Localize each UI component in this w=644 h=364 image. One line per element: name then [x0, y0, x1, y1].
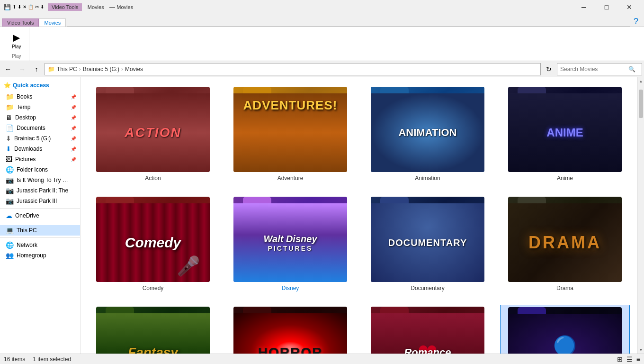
sidebar-item-books[interactable]: 📁 Books 📌	[0, 91, 80, 102]
sidebar-label-desktop: Desktop	[15, 114, 36, 121]
folder-scifi[interactable]: 🔵 Sci-fi Sci-Fi	[500, 305, 630, 354]
scroll-up-arrow[interactable]: ▲	[638, 77, 644, 85]
back-button[interactable]: ←	[2, 63, 14, 75]
refresh-button[interactable]: ↻	[543, 63, 555, 75]
status-count: 16 items	[4, 356, 25, 363]
sidebar-item-downloads[interactable]: ⬇ Downloads 📌	[0, 144, 80, 154]
sidebar-item-pictures[interactable]: 🖼 Pictures 📌	[0, 154, 80, 164]
folder-comedy[interactable]: Comedy 🎤 Comedy	[88, 195, 218, 293]
pin-icon-temp: 📌	[71, 105, 76, 110]
sidebar: ⭐ Quick access 📁 Books 📌 📁 Temp 📌 🖥 Desk…	[0, 77, 80, 354]
sidebar-item-jp3[interactable]: 📷 Jurassic Park III	[0, 196, 80, 206]
address-this-pc: 📁	[48, 66, 55, 73]
close-button[interactable]: ✕	[618, 0, 640, 14]
sidebar-label-brainiac: Brainiac 5 (G:)	[14, 135, 51, 142]
address-bar[interactable]: 📁 This PC › Brainiac 5 (G:) › Movies	[45, 63, 541, 75]
help-button[interactable]: ?	[630, 17, 642, 27]
sidebar-label-pictures: Pictures	[15, 156, 36, 163]
folder-comedy-img: Comedy 🎤	[96, 197, 210, 282]
folder-horror-img: HORROR	[233, 307, 347, 354]
folder-disney-img: Walt Disney PICTURES	[233, 197, 347, 282]
thispc-icon: 💻	[6, 227, 14, 234]
homegroup-icon: 👥	[6, 252, 14, 259]
folder-label-animation: Animation	[415, 175, 440, 182]
folder-label-drama: Drama	[556, 285, 573, 291]
folder-fantasy[interactable]: Fantasy Fantasy	[88, 305, 218, 354]
sidebar-item-network[interactable]: 🌐 Network	[0, 240, 80, 250]
tab-movies[interactable]: Movies	[39, 18, 66, 27]
iswrong-icon: 📷	[6, 176, 14, 184]
play-button[interactable]: ▶ Play	[8, 29, 25, 52]
folder-label-comedy: Comedy	[143, 285, 164, 291]
temp-icon: 📁	[6, 103, 14, 111]
sidebar-item-desktop[interactable]: 🖥 Desktop 📌	[0, 112, 80, 123]
title-bar: 💾 ⬆ ⬇ ✕ 📋 ✂ ⬇ Video Tools Movies — Movie…	[0, 0, 644, 14]
search-input[interactable]	[560, 66, 626, 73]
scroll-track	[638, 85, 644, 346]
folder-label-action: Action	[145, 175, 161, 182]
search-box[interactable]: 🔍	[557, 63, 642, 75]
folder-animation[interactable]: ANIMATION Animation	[363, 85, 492, 183]
folder-anime[interactable]: ANIME Anime	[500, 85, 630, 183]
sidebar-label-homegroup: Homegroup	[17, 252, 46, 259]
folder-animation-img: ANIMATION	[371, 87, 484, 172]
sidebar-separator-1	[0, 208, 80, 209]
sidebar-item-thispc[interactable]: 💻 This PC	[0, 225, 80, 236]
view-details-icon[interactable]: ≡	[636, 355, 640, 363]
maximize-button[interactable]: □	[596, 0, 617, 14]
address-folder: Movies	[125, 66, 143, 73]
sidebar-item-jp2[interactable]: 📷 Jurassic Park II; The	[0, 185, 80, 196]
sidebar-item-temp[interactable]: 📁 Temp 📌	[0, 102, 80, 112]
sidebar-item-onedrive[interactable]: ☁ OneDrive	[0, 210, 80, 221]
folder-horror[interactable]: HORROR Horror	[225, 305, 355, 354]
scrollbar[interactable]: ▲ ▼	[637, 77, 644, 354]
sidebar-item-homegroup[interactable]: 👥 Homegroup	[0, 250, 80, 261]
minimize-button[interactable]: ─	[573, 0, 595, 14]
sidebar-item-documents[interactable]: 📄 Documents 📌	[0, 123, 80, 133]
folder-action[interactable]: ACTION Action	[88, 85, 218, 183]
folder-label-adventure: Adventure	[277, 175, 304, 182]
ribbon: Video Tools Movies ? ▶ Play Play	[0, 14, 644, 61]
status-selected: 1 item selected	[33, 356, 71, 363]
folder-drama[interactable]: DRAMA Drama	[500, 195, 630, 293]
sidebar-item-brainiac[interactable]: ⬇ Brainiac 5 (G:) 📌	[0, 133, 80, 144]
sidebar-item-folder-icons[interactable]: 🌐 Folder Icons	[0, 164, 80, 175]
pin-icon-pictures: 📌	[71, 157, 76, 162]
folder-documentary[interactable]: DOCUMENTARY Documentary	[363, 195, 492, 293]
folder-documentary-img: DOCUMENTARY	[371, 197, 484, 282]
folder-adventure[interactable]: ADVENTURES! Adventure	[225, 85, 355, 183]
folder-disney[interactable]: Walt Disney PICTURES Disney	[225, 195, 355, 293]
pin-icon-downloads: 📌	[71, 146, 76, 152]
folder-romance[interactable]: ❤ Romance Romance	[363, 305, 492, 354]
scroll-thumb[interactable]	[639, 90, 643, 118]
title-bar-controls: ─ □ ✕	[573, 0, 640, 14]
folder-label-documentary: Documentary	[411, 285, 444, 291]
onedrive-icon: ☁	[6, 212, 12, 219]
status-right: ⊞ ☰ ≡	[617, 355, 640, 363]
sidebar-label-downloads: Downloads	[14, 146, 42, 152]
sidebar-item-iswrong[interactable]: 📷 Is It Wrong To Try T...	[0, 175, 80, 185]
scroll-down-arrow[interactable]: ▼	[638, 346, 644, 354]
content-area: ACTION Action ADVENTURES! Adventure	[80, 77, 637, 354]
view-list-icon[interactable]: ☰	[626, 355, 633, 363]
view-grid-icon[interactable]: ⊞	[617, 355, 623, 363]
tab-video-tools[interactable]: Video Tools	[2, 18, 39, 27]
up-button[interactable]: ↑	[30, 63, 43, 75]
folder-anime-img: ANIME	[508, 87, 622, 172]
pin-icon-desktop: 📌	[71, 115, 76, 120]
folder-grid: ACTION Action ADVENTURES! Adventure	[88, 85, 630, 354]
forward-button[interactable]: →	[16, 63, 28, 75]
jp2-icon: 📷	[6, 187, 14, 194]
sidebar-label-books: Books	[17, 93, 32, 100]
sidebar-label-jp3: Jurassic Park III	[17, 198, 57, 204]
folder-action-img: ACTION	[96, 87, 210, 172]
address-this-pc-label: This PC	[57, 66, 77, 73]
address-drive: Brainiac 5 (G:)	[83, 66, 119, 73]
ribbon-tab-bar: Video Tools Movies ?	[0, 14, 644, 27]
folder-label-anime: Anime	[557, 175, 573, 182]
network-icon: 🌐	[6, 241, 14, 249]
sidebar-quick-access[interactable]: ⭐ Quick access	[0, 79, 80, 91]
title-bar-title: Video Tools Movies — Movies	[44, 4, 573, 10]
downloads-icon: ⬇	[6, 145, 11, 153]
folder-scifi-img: 🔵 Sci-fi	[508, 307, 622, 354]
